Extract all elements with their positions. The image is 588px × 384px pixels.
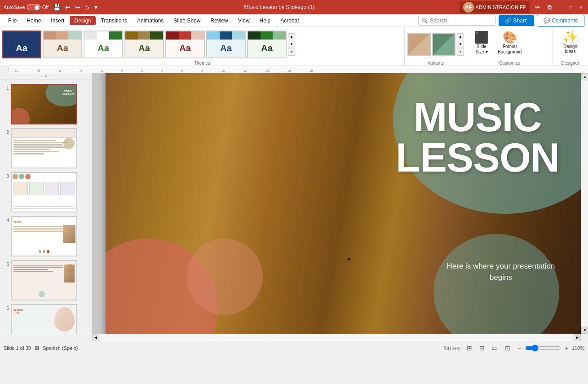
theme-scroll-arrows: ▲ ▼ ≡ — [288, 33, 295, 56]
slide-thumb-6[interactable]: 6 SECTIONTITLE — [2, 303, 90, 334]
theme-1[interactable]: Aa — [2, 31, 41, 58]
customize-group: ⬛ SlideSize ▾ 🎨 FormatBackground Customi… — [467, 27, 552, 66]
themes-row: Aa Aa Aa Aa — [2, 29, 402, 60]
zoom-out-button[interactable]: − — [516, 344, 523, 353]
ribbon: File Home Insert Design Transitions Anim… — [0, 14, 588, 66]
fit-icon: ⊞ — [35, 345, 39, 351]
zoom-slider[interactable] — [525, 344, 561, 352]
share-button[interactable]: 🔗 Share — [499, 15, 534, 26]
thumb-3-boxes — [13, 182, 75, 195]
thumb-content-5 — [12, 261, 76, 300]
slide-thumb-4[interactable]: 4 VENUS — [2, 215, 90, 257]
slide-thumb-5[interactable]: 5 — [2, 259, 90, 301]
menu-slideshow[interactable]: Slide Show — [169, 16, 205, 25]
zoom-in-button[interactable]: + — [563, 344, 570, 353]
thumb-1-shape — [45, 85, 76, 106]
theme-5[interactable]: Aa — [165, 31, 205, 58]
slide-thumb-2[interactable]: 2 — [2, 127, 90, 169]
user-avatar[interactable]: AF — [463, 2, 474, 13]
theme-3[interactable]: Aa — [84, 31, 123, 58]
search-box: 🔍 — [418, 16, 496, 26]
thumb-4-img — [63, 225, 75, 243]
slide-sorter-button[interactable]: ⊟ — [477, 344, 486, 353]
menu-design[interactable]: Design — [70, 16, 95, 25]
vscroll-up[interactable]: ▲ — [581, 73, 588, 80]
close-button[interactable]: ✕ — [577, 4, 584, 11]
slide-thumb-3[interactable]: 3 — [2, 171, 90, 213]
menu-home[interactable]: Home — [22, 16, 45, 25]
theme-4[interactable]: Aa — [124, 31, 164, 58]
normal-view-button[interactable]: ⊞ — [465, 344, 474, 353]
pen-button[interactable]: ✏ — [533, 3, 542, 12]
variant-2[interactable] — [432, 33, 455, 56]
ruler-marks: -10 -8 -6 -4 -2 0 2 4 6 8 10 12 14 16 18 — [9, 66, 588, 73]
window-controls: — □ ✕ — [557, 4, 584, 11]
undo-redo-group: 💾 ↩ ↪ ▷ ▾ — [51, 3, 99, 12]
ruler-area: -10 -8 -6 -4 -2 0 2 4 6 8 10 12 14 16 18 — [0, 66, 588, 73]
scrollbar-left-corner — [0, 334, 92, 341]
menu-insert[interactable]: Insert — [46, 16, 69, 25]
themes-group: Aa Aa Aa Aa — [0, 27, 404, 66]
comments-button[interactable]: 💬 Comments — [537, 15, 584, 26]
format-bg-label: FormatBackground — [498, 44, 522, 55]
hscroll-right[interactable]: ▶ — [574, 334, 581, 341]
slide-number-5: 5 — [3, 262, 9, 267]
slide-thumb-1[interactable]: 1 MUSICLESSON — [2, 83, 90, 125]
search-icon: 🔍 — [421, 18, 428, 24]
search-input[interactable] — [430, 18, 493, 24]
window-title: Music Lesson by Slidesgo (1) — [244, 4, 314, 10]
reading-view-button[interactable]: ▭ — [490, 344, 500, 353]
restore-button[interactable]: ⧉ — [546, 3, 554, 12]
panel-scroll-top[interactable]: ▲ — [0, 73, 92, 79]
vscroll-down[interactable]: ▼ — [581, 327, 588, 334]
save-button[interactable]: 💾 — [51, 3, 62, 12]
slide-canvas: MUSIC LESSON Here is where your presenta… — [106, 73, 582, 334]
menu-view[interactable]: View — [234, 16, 254, 25]
canvas-area: -6 -4 -2 0 2 4 6 8 MUSIC LESSON — [92, 73, 588, 334]
menu-review[interactable]: Review — [206, 16, 232, 25]
theme-scroll-up[interactable]: ▲ — [288, 33, 295, 40]
menu-transitions[interactable]: Transitions — [97, 16, 132, 25]
theme-6[interactable]: Aa — [206, 31, 246, 58]
slide-number-2: 2 — [3, 130, 9, 135]
minimize-button[interactable]: — — [557, 4, 565, 11]
hscroll-left[interactable]: ◀ — [92, 334, 99, 341]
redo-button[interactable]: ↪ — [73, 3, 82, 12]
user-info: AF ADMINISTRACION FP — [460, 1, 530, 13]
title-bar-left: AutoSave Off 💾 ↩ ↪ ▷ ▾ — [4, 3, 99, 12]
designer-label: Designer — [561, 60, 579, 66]
slide-size-icon: ⬛ — [474, 31, 489, 43]
presenter-view-button[interactable]: ⊡ — [503, 344, 512, 353]
menu-animations[interactable]: Animations — [133, 16, 168, 25]
theme-scroll-down[interactable]: ▼ — [288, 41, 295, 48]
variant-scroll-down[interactable]: ▼ — [457, 41, 464, 48]
maximize-button[interactable]: □ — [567, 4, 575, 11]
variant-1[interactable] — [407, 33, 431, 56]
menu-file[interactable]: File — [4, 16, 21, 25]
slide-number-6: 6 — [3, 306, 9, 311]
h-scrollbar-area: ◀ ▶ — [0, 334, 588, 341]
vertical-scrollbar: ▲ ▼ — [581, 73, 588, 334]
menu-acrobat[interactable]: Acrobat — [276, 16, 303, 25]
design-ideas-button[interactable]: ✨ DesignIdeas — [559, 29, 582, 60]
theme-2[interactable]: Aa — [43, 31, 82, 58]
theme-more[interactable]: ≡ — [288, 49, 295, 56]
notes-button[interactable]: Notes — [442, 344, 462, 353]
autosave-toggle[interactable] — [27, 4, 40, 10]
title-bar: AutoSave Off 💾 ↩ ↪ ▷ ▾ Music Lesson by S… — [0, 0, 588, 14]
slide-panel-inner: 1 MUSICLESSON 2 — [0, 79, 92, 334]
slide-size-button[interactable]: ⬛ SlideSize ▾ — [470, 31, 493, 56]
scrollbar-right-corner — [581, 334, 588, 341]
theme-7[interactable]: Aa — [247, 31, 287, 58]
ribbon-right-actions: 🔍 🔗 Share 💬 Comments — [418, 15, 584, 26]
more-options-button[interactable]: ▾ — [93, 3, 99, 12]
format-background-button[interactable]: 🎨 FormatBackground — [495, 31, 524, 56]
main-area: ▲ 1 MUSICLESSON 2 — [0, 73, 588, 334]
variant-more[interactable]: ≡ — [457, 49, 464, 56]
undo-button[interactable]: ↩ — [63, 3, 72, 12]
thumb-3-circles — [13, 174, 31, 179]
thumb-6-shape — [54, 307, 75, 331]
present-button[interactable]: ▷ — [83, 3, 92, 12]
variant-scroll-up[interactable]: ▲ — [457, 33, 464, 40]
menu-help[interactable]: Help — [255, 16, 275, 25]
